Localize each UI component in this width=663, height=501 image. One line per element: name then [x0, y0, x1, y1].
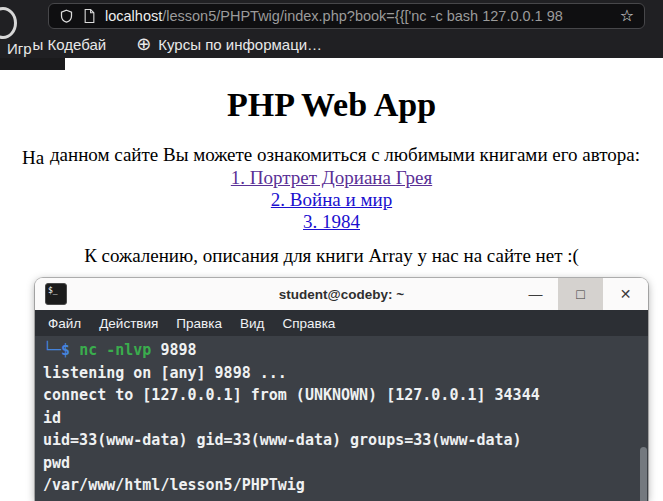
- terminal-line: └─$ nc -nlvp 9898: [43, 339, 640, 362]
- url-text[interactable]: localhost/lesson5/PHPTwig/index.php?book…: [105, 8, 611, 24]
- chrome-corner-fragment: [0, 58, 65, 70]
- terminal-line: connect to [127.0.0.1] from (UNKNOWN) [1…: [43, 384, 640, 407]
- book-link[interactable]: 3. 1984: [0, 211, 663, 233]
- menu-item[interactable]: Действия: [90, 316, 167, 331]
- book-link[interactable]: 1. Портрет Дориана Грея: [0, 167, 663, 189]
- scrollbar-thumb[interactable]: [640, 447, 647, 501]
- terminal-line: pwd: [43, 452, 640, 475]
- intro-text: На данном сайте Вы можете ознакомиться с…: [0, 143, 663, 166]
- page-title: PHP Web App: [0, 85, 663, 125]
- book-link[interactable]: 2. Война и мир: [0, 189, 663, 211]
- url-host: localhost: [105, 8, 162, 24]
- bookmark-item-courses[interactable]: Курсы по информаци…: [158, 36, 322, 53]
- globe-icon: ⊕: [136, 35, 151, 53]
- menu-item[interactable]: Файл: [39, 316, 90, 331]
- bookmark-star-icon[interactable]: ☆: [620, 8, 634, 24]
- no-description-text: К сожалению, описания для книги Array у …: [0, 245, 663, 267]
- terminal-titlebar[interactable]: $_ student@codeby: ~ — □ ✕: [35, 278, 648, 310]
- terminal-line: id: [43, 407, 640, 430]
- terminal-line: /var/www/html/lesson5/PHPTwig: [43, 474, 640, 497]
- close-button[interactable]: ✕: [603, 278, 648, 310]
- terminal-output[interactable]: └─$ nc -nlvp 9898listening on [any] 9898…: [35, 336, 648, 501]
- book-links: 1. Портрет Дориана Грея2. Война и мир3. …: [0, 167, 663, 233]
- shield-icon[interactable]: [59, 8, 74, 25]
- maximize-button[interactable]: □: [558, 278, 603, 310]
- url-bar[interactable]: localhost/lesson5/PHPTwig/index.php?book…: [48, 3, 645, 29]
- url-path: /lesson5/PHPTwig/index.php?book={{['nc -…: [162, 8, 563, 24]
- menu-item[interactable]: Правка: [167, 316, 231, 331]
- bookmark-item-games[interactable]: Игры Кодебай: [8, 36, 106, 53]
- terminal-line: uid=33(www-data) gid=33(www-data) groups…: [43, 429, 640, 452]
- menu-item[interactable]: Справка: [273, 316, 344, 331]
- menu-item[interactable]: Вид: [231, 316, 273, 331]
- minimize-button[interactable]: —: [513, 278, 558, 310]
- terminal-line: listening on [any] 9898 ...: [43, 362, 640, 385]
- terminal-menubar: ФайлДействияПравкаВидСправка: [35, 310, 648, 336]
- browser-chrome: localhost/lesson5/PHPTwig/index.php?book…: [0, 0, 663, 58]
- page-info-icon[interactable]: [83, 8, 96, 24]
- bookmarks-bar: Игры Кодебай ⊕ Курсы по информаци…: [0, 30, 663, 58]
- window-controls: — □ ✕: [513, 278, 648, 310]
- terminal-line: ^c: [43, 497, 640, 501]
- terminal-window: $_ student@codeby: ~ — □ ✕ ФайлДействияП…: [35, 278, 648, 501]
